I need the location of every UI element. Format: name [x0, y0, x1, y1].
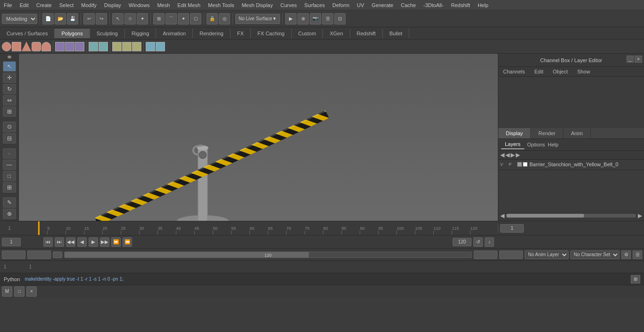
xray-btn[interactable]: ☰: [322, 13, 333, 24]
tab-rigging[interactable]: Rigging: [125, 29, 156, 38]
layer-scroll-right1[interactable]: ▶: [511, 152, 515, 158]
menu-modify[interactable]: Modify: [77, 1, 100, 9]
step-forward-btn[interactable]: ▶▶: [100, 237, 109, 247]
open-scene-btn[interactable]: 📂: [55, 13, 66, 24]
menu-mesh[interactable]: Mesh: [153, 1, 173, 9]
select-tool-btn[interactable]: ↖: [112, 13, 124, 24]
char-set-select[interactable]: No Character Set: [570, 251, 619, 259]
show-manip-btn[interactable]: ⊕: [3, 209, 16, 219]
tab-curves-surfaces[interactable]: Curves / Surfaces: [0, 29, 55, 38]
component-face-btn[interactable]: □: [3, 171, 16, 181]
frame-input-end2[interactable]: 200: [499, 251, 523, 259]
undo-btn[interactable]: ↩: [83, 13, 95, 24]
menu-help[interactable]: Help: [474, 1, 492, 9]
lock-btn[interactable]: 🔒: [206, 13, 218, 24]
menu-edit-mesh[interactable]: Edit Mesh: [173, 1, 204, 9]
scale-tool-btn[interactable]: ⇔: [3, 95, 16, 105]
go-to-start-btn[interactable]: ⏮: [43, 237, 53, 247]
channels-tab[interactable]: Channels: [498, 67, 529, 76]
component-uv-btn[interactable]: ⊞: [3, 182, 16, 193]
layer-color-swatch[interactable]: [523, 162, 528, 167]
menu-3dtoa[interactable]: -3DtoAll-: [420, 1, 447, 9]
viewport[interactable]: View Shading Lighting Show Renderer Pane…: [19, 54, 498, 221]
anim-layer-select[interactable]: No Anim Layer: [525, 251, 569, 259]
menu-deform[interactable]: Deform: [329, 1, 353, 9]
layer-scroll-left2[interactable]: ◀: [505, 152, 510, 158]
frame-input-end1[interactable]: 120: [474, 251, 497, 259]
step-back-btn[interactable]: ◀◀: [66, 237, 75, 247]
menu-edit[interactable]: Edit: [16, 1, 33, 9]
bevel-icon[interactable]: [65, 42, 74, 51]
step-forward-key-btn[interactable]: ⏩: [111, 237, 121, 247]
timeline-ruler[interactable]: 5 10 15 20 25 30 35 40 45 50 5: [38, 221, 498, 235]
close-panel-btn[interactable]: ×: [635, 56, 642, 63]
loop-btn[interactable]: ↺: [473, 237, 483, 247]
help-sub-tab[interactable]: Help: [548, 142, 559, 147]
wireframe-btn[interactable]: ⊡: [334, 13, 346, 24]
script-editor-btn[interactable]: ⊞: [631, 275, 640, 283]
current-frame-display[interactable]: [500, 224, 524, 233]
tab-custom[interactable]: Custom: [292, 29, 323, 38]
symmetry-btn[interactable]: ⊟: [3, 133, 16, 144]
char-set-options-btn[interactable]: ☰: [633, 251, 642, 259]
new-scene-btn[interactable]: 📄: [42, 13, 54, 24]
layers-sub-tab[interactable]: Layers: [501, 140, 524, 149]
tab-rendering[interactable]: Rendering: [193, 29, 231, 38]
tab-polygons[interactable]: Polygons: [55, 29, 90, 38]
render-tab[interactable]: Render: [531, 128, 563, 138]
snap-grid-btn[interactable]: ⊞: [153, 13, 165, 24]
sculpt-icon[interactable]: [132, 42, 141, 51]
menu-curves[interactable]: Curves: [277, 1, 301, 9]
menu-create[interactable]: Create: [33, 1, 56, 9]
snap-surface-btn[interactable]: ⬡: [190, 13, 201, 24]
scroll-right-arrow[interactable]: ▶: [638, 212, 642, 219]
step-back-key-btn[interactable]: ⏭: [55, 237, 64, 247]
menu-windows[interactable]: Windows: [125, 1, 154, 9]
window-icon-btn[interactable]: □: [14, 286, 25, 297]
cube-icon[interactable]: [12, 42, 21, 51]
char-set-settings-btn[interactable]: ⚙: [621, 251, 631, 259]
component-edge-btn[interactable]: —: [3, 160, 16, 170]
hide-btn[interactable]: ◎: [219, 13, 230, 24]
audio-btn[interactable]: ♪: [485, 237, 494, 247]
plane-icon[interactable]: [41, 42, 51, 51]
display-tab[interactable]: Display: [498, 128, 531, 138]
component-vertex-btn[interactable]: ·: [3, 148, 16, 159]
go-to-end-btn[interactable]: ⏪: [123, 237, 132, 247]
scroll-bar-track[interactable]: [506, 214, 636, 218]
range-color-btn[interactable]: [53, 251, 62, 258]
tab-fx-caching[interactable]: FX Caching: [251, 29, 291, 38]
rotate-tool-btn[interactable]: ↻: [3, 84, 16, 94]
scroll-left-arrow[interactable]: ◀: [500, 212, 504, 219]
scroll-bar-thumb[interactable]: [506, 214, 584, 218]
close-window-btn[interactable]: ×: [26, 286, 37, 297]
lasso-tool-btn[interactable]: ⊹: [124, 13, 136, 24]
move-tool-btn[interactable]: ✛: [3, 73, 16, 83]
cylinder-icon[interactable]: [32, 42, 41, 51]
layer-row-item[interactable]: V P Barrier_Stanchion_with_Yellow_Belt_0: [498, 160, 644, 170]
maya-icon-btn[interactable]: M: [2, 286, 12, 297]
tab-xgen[interactable]: XGen: [323, 29, 350, 38]
tab-bullet[interactable]: Bullet: [383, 29, 410, 38]
menu-display[interactable]: Display: [100, 1, 125, 9]
show-tab[interactable]: Show: [572, 67, 595, 76]
menu-surfaces[interactable]: Surfaces: [301, 1, 329, 9]
snapshot-btn[interactable]: 📷: [310, 13, 321, 24]
redo-btn[interactable]: ↪: [96, 13, 107, 24]
boolean-diff-icon[interactable]: [156, 42, 165, 51]
extrude-icon[interactable]: [55, 42, 65, 51]
transform-tool-btn[interactable]: ⊞: [3, 106, 16, 117]
tab-sculpting[interactable]: Sculpting: [90, 29, 125, 38]
menu-redshift[interactable]: Redshift: [447, 1, 474, 9]
object-tab[interactable]: Object: [548, 67, 572, 76]
boolean-union-icon[interactable]: [146, 42, 155, 51]
tab-redshift[interactable]: Redshift: [350, 29, 383, 38]
tab-animation[interactable]: Animation: [156, 29, 193, 38]
smooth-icon[interactable]: [122, 42, 132, 51]
edit-tab[interactable]: Edit: [529, 67, 548, 76]
separate-icon[interactable]: [99, 42, 108, 51]
tab-fx[interactable]: FX: [231, 29, 251, 38]
layer-playback-p[interactable]: P: [509, 162, 515, 167]
combine-icon[interactable]: [89, 42, 98, 51]
paint-attr-btn[interactable]: ✎: [3, 197, 16, 208]
